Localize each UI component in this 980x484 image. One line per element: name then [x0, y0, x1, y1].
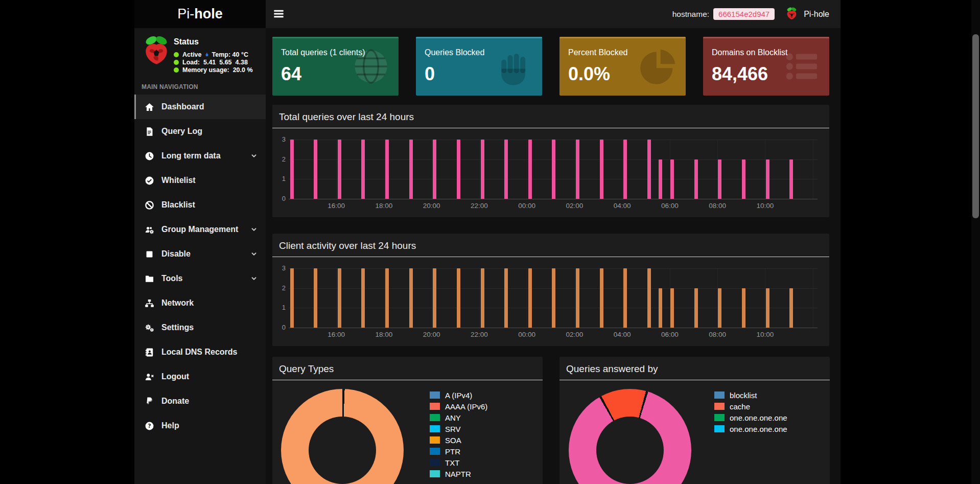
sidebar-item-tools[interactable]: Tools: [134, 266, 266, 291]
check-circle-icon: [145, 176, 154, 186]
bar[interactable]: [385, 140, 389, 199]
bar[interactable]: [694, 159, 698, 199]
legend-item-a-ipv4[interactable]: A (IPv4): [430, 389, 487, 401]
sidebar-item-long-term-data[interactable]: Long term data: [134, 144, 266, 168]
bar[interactable]: [338, 268, 341, 328]
bar[interactable]: [385, 268, 389, 328]
legend-item-naptr[interactable]: NAPTR: [430, 468, 487, 479]
x-axis-label: 22:00: [463, 202, 496, 210]
sidebar-item-disable[interactable]: Disable: [134, 242, 266, 266]
sidebar-logo[interactable]: Pi-hole: [134, 0, 266, 28]
bar[interactable]: [457, 140, 460, 199]
bar[interactable]: [528, 268, 532, 328]
bar[interactable]: [361, 268, 365, 328]
x-axis-label: 02:00: [558, 202, 591, 210]
x-axis-label: 04:00: [606, 331, 639, 338]
bar[interactable]: [314, 268, 317, 328]
y-axis-label: 0: [273, 195, 286, 202]
sidebar-item-donate[interactable]: Donate: [134, 389, 266, 413]
sidebar-item-group-management[interactable]: Group Management: [134, 217, 266, 242]
bar[interactable]: [409, 268, 413, 328]
legend-item-txt[interactable]: TXT: [430, 457, 487, 468]
legend-item-soa[interactable]: SOA: [430, 434, 487, 446]
legend-item-cache[interactable]: cache: [714, 401, 787, 412]
sidebar-item-label: Logout: [161, 372, 258, 381]
bar[interactable]: [766, 159, 769, 199]
bar[interactable]: [623, 140, 627, 199]
scrollbar-thumb[interactable]: [972, 34, 979, 218]
legend-item-aaaa-ipv6[interactable]: AAAA (IPv6): [430, 401, 487, 412]
legend-item-any[interactable]: ANY: [430, 412, 487, 423]
bar[interactable]: [290, 268, 294, 328]
bar[interactable]: [600, 140, 603, 199]
x-gridline: [622, 140, 623, 199]
bar[interactable]: [600, 268, 603, 328]
sidebar-toggle-button[interactable]: [273, 8, 285, 19]
x-gridline: [384, 268, 385, 328]
bar[interactable]: [481, 140, 484, 199]
legend-item-ptr[interactable]: PTR: [430, 446, 487, 457]
bar[interactable]: [789, 159, 793, 199]
bar[interactable]: [670, 159, 674, 199]
bar[interactable]: [647, 268, 651, 328]
status-line-load: Load: 5.41 5.65 4.38: [174, 58, 253, 66]
sidebar-item-logout[interactable]: Logout: [134, 364, 266, 389]
bar[interactable]: [742, 288, 745, 328]
total-queries-chart[interactable]: 16:0018:0020:0022:0000:0002:0004:0006:00…: [289, 140, 818, 199]
bar[interactable]: [659, 288, 662, 328]
legend-item-one-one-one-one[interactable]: one.one.one.one: [714, 423, 787, 434]
bar[interactable]: [433, 268, 436, 328]
bar[interactable]: [338, 140, 341, 199]
bar[interactable]: [659, 159, 662, 199]
bar[interactable]: [718, 288, 721, 328]
bar[interactable]: [647, 140, 651, 199]
bar[interactable]: [409, 140, 413, 199]
client-activity-chart[interactable]: 16:0018:0020:0022:0000:0002:0004:0006:00…: [289, 268, 818, 328]
stat-card-queries-blocked[interactable]: Queries Blocked0: [416, 37, 542, 96]
stop-icon: [145, 249, 154, 259]
stat-card-domains-on-blocklist[interactable]: Domains on Blocklist84,466: [703, 37, 829, 96]
bar[interactable]: [314, 140, 317, 199]
bar[interactable]: [623, 268, 627, 328]
bar[interactable]: [504, 140, 508, 199]
bar[interactable]: [718, 159, 721, 199]
sidebar-item-help[interactable]: ?Help: [134, 413, 266, 438]
x-gridline: [813, 140, 813, 199]
bar[interactable]: [694, 288, 698, 328]
bar[interactable]: [552, 140, 555, 199]
sidebar-item-blacklist[interactable]: Blacklist: [134, 193, 266, 217]
stat-card-percent-blocked[interactable]: Percent Blocked0.0%: [559, 37, 686, 96]
bar[interactable]: [433, 140, 436, 199]
legend-item-srv[interactable]: SRV: [430, 423, 487, 434]
bar[interactable]: [290, 140, 294, 199]
bar[interactable]: [361, 140, 365, 199]
legend-color-swatch: [430, 459, 440, 466]
bar[interactable]: [670, 288, 674, 328]
brand-prefix: Pi-: [177, 6, 194, 21]
legend-label: AAAA (IPv6): [445, 402, 487, 411]
stat-card-total-queries-1-clients[interactable]: Total queries (1 clients)64: [272, 37, 399, 96]
legend-item-blocklist[interactable]: blocklist: [714, 389, 787, 401]
sidebar-item-network[interactable]: Network: [134, 291, 266, 315]
query-types-donut-chart[interactable]: [281, 389, 404, 484]
legend-item-one-one-one-one[interactable]: one.one.one.one: [714, 412, 787, 423]
queries-answered-donut-chart[interactable]: [569, 389, 691, 484]
bar[interactable]: [766, 288, 769, 328]
legend-label: ANY: [445, 413, 461, 422]
network-icon: [145, 298, 154, 308]
sidebar-item-local-dns-records[interactable]: Local DNS Records: [134, 340, 266, 364]
bar[interactable]: [552, 268, 555, 328]
bar[interactable]: [481, 268, 484, 328]
bar[interactable]: [528, 140, 532, 199]
bar[interactable]: [576, 140, 579, 199]
bar[interactable]: [789, 288, 793, 328]
sidebar-item-whitelist[interactable]: Whitelist: [134, 168, 266, 193]
bar[interactable]: [742, 159, 745, 199]
x-axis-label: 18:00: [368, 331, 401, 338]
sidebar-item-dashboard[interactable]: Dashboard: [134, 95, 266, 119]
sidebar-item-query-log[interactable]: Query Log: [134, 119, 266, 144]
sidebar-item-settings[interactable]: Settings: [134, 315, 266, 340]
bar[interactable]: [457, 268, 460, 328]
bar[interactable]: [504, 268, 508, 328]
bar[interactable]: [576, 268, 579, 328]
